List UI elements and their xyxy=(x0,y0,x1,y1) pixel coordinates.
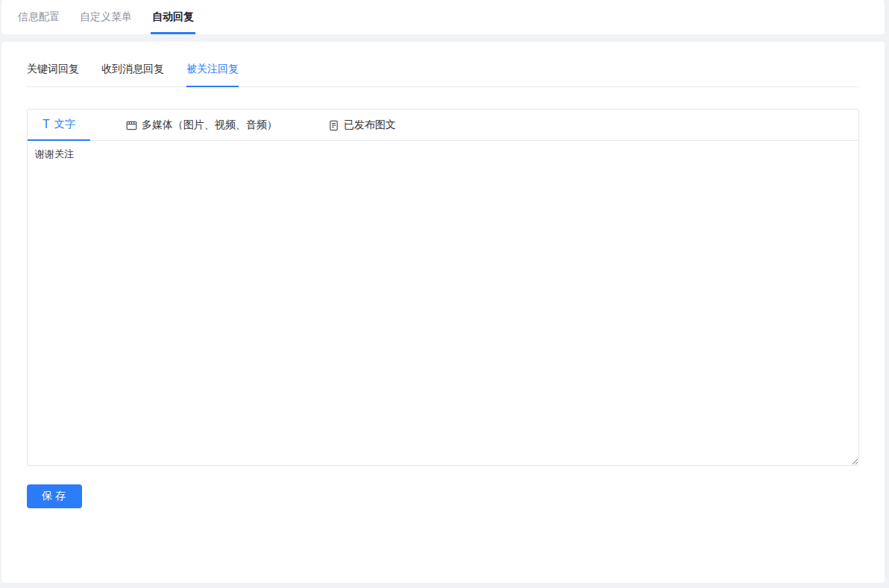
tab-multimedia-content[interactable]: 多媒体（图片、视频、音频） xyxy=(111,110,292,141)
multimedia-icon xyxy=(126,120,137,131)
content-type-tabs: T 文字 多媒体（图片、视频、音频） xyxy=(28,110,858,141)
top-tab-info-config[interactable]: 信息配置 xyxy=(18,0,60,34)
tab-published-articles[interactable]: 已发布图文 xyxy=(313,110,411,141)
top-tab-label: 自定义菜单 xyxy=(80,10,132,24)
content-tab-label: 文字 xyxy=(54,118,75,131)
auto-reply-panel: 关键词回复 收到消息回复 被关注回复 T 文字 多 xyxy=(1,42,885,583)
top-tab-label: 自动回复 xyxy=(152,10,194,24)
top-tab-label: 信息配置 xyxy=(18,10,60,24)
top-nav-bar: 信息配置 自定义菜单 自动回复 xyxy=(1,0,885,34)
reply-type-tabs: 关键词回复 收到消息回复 被关注回复 xyxy=(27,42,859,87)
tab-text-content[interactable]: T 文字 xyxy=(28,110,90,141)
top-tab-auto-reply[interactable]: 自动回复 xyxy=(152,0,194,34)
reply-text-input[interactable]: 谢谢关注 xyxy=(28,141,858,465)
content-tab-label: 已发布图文 xyxy=(344,118,396,132)
published-article-icon xyxy=(328,120,339,131)
tab-received-message-reply[interactable]: 收到消息回复 xyxy=(101,61,164,86)
save-button[interactable]: 保存 xyxy=(27,484,82,508)
text-icon: T xyxy=(43,118,50,130)
tab-keyword-reply[interactable]: 关键词回复 xyxy=(27,61,79,86)
reply-content-panel: T 文字 多媒体（图片、视频、音频） xyxy=(27,109,859,466)
top-tab-custom-menu[interactable]: 自定义菜单 xyxy=(80,0,132,34)
content-tab-label: 多媒体（图片、视频、音频） xyxy=(142,118,277,132)
tab-followed-reply[interactable]: 被关注回复 xyxy=(186,61,239,87)
